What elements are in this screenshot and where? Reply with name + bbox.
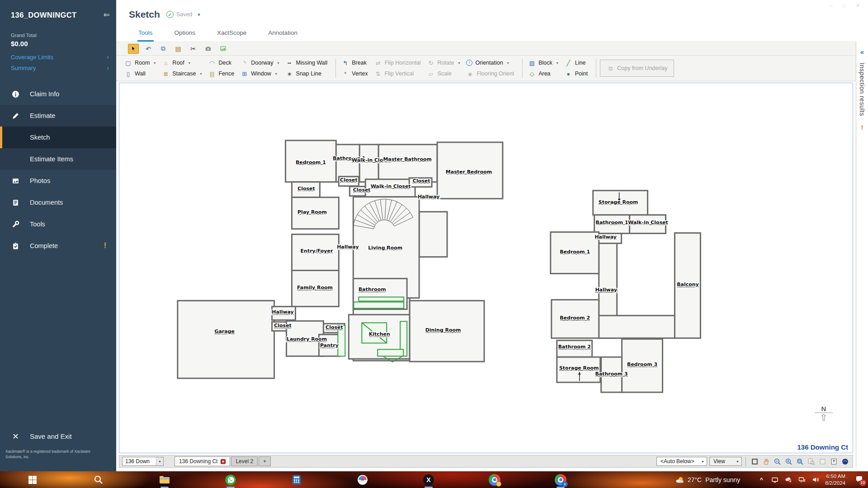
ribbon-button-doorway[interactable]: ◝Doorway▾ bbox=[241, 57, 279, 68]
room-shape[interactable] bbox=[378, 145, 437, 182]
coverage-limits-link[interactable]: Coverage Limits › bbox=[11, 53, 112, 61]
maximize-icon[interactable]: □ bbox=[843, 3, 846, 9]
page-arrow-icon[interactable] bbox=[829, 457, 839, 466]
notification-center-icon[interactable]: 10 bbox=[855, 475, 863, 484]
virtual-desktop-icon[interactable] bbox=[771, 476, 779, 483]
ribbon-button-label: Rotate bbox=[438, 60, 454, 66]
ribbon-button-label: Block bbox=[538, 60, 552, 66]
ribbon-button-staircase[interactable]: ≣Staircase▾ bbox=[162, 68, 202, 79]
cut-icon[interactable]: ✂ bbox=[188, 44, 198, 54]
tab-annotation[interactable]: Annotation bbox=[267, 26, 298, 42]
tab-xactscope[interactable]: XactScope bbox=[216, 26, 247, 42]
auto-below-dropdown[interactable]: <Auto Below> ▼ bbox=[656, 457, 707, 466]
save-and-exit-button[interactable]: Save and Exit bbox=[0, 426, 116, 446]
taskbar-app-whatsapp[interactable] bbox=[224, 473, 237, 487]
expand-panel-icon[interactable]: « bbox=[860, 48, 864, 56]
zoom-out-icon[interactable] bbox=[772, 457, 782, 466]
sidebar-item-claim-info[interactable]: Claim Info bbox=[0, 83, 116, 105]
select-cursor-icon[interactable] bbox=[128, 44, 139, 54]
ribbon-button-window[interactable]: ⊞Window▾ bbox=[241, 68, 279, 79]
ribbon-button-vertex[interactable]: *Vertex bbox=[341, 68, 368, 79]
ribbon-button-point[interactable]: ●Point bbox=[565, 68, 588, 79]
sidebar-item-tools[interactable]: Tools bbox=[0, 213, 116, 235]
sidebar-item-complete[interactable]: Complete! bbox=[0, 235, 116, 257]
ribbon-button-orientation[interactable]: ↑Orientation▾ bbox=[466, 57, 514, 68]
taskbar-app-explorer[interactable] bbox=[158, 473, 171, 487]
pan-icon[interactable] bbox=[761, 457, 771, 466]
ribbon-button-flooring-orient: ◈Flooring Orient bbox=[466, 68, 514, 79]
taskbar-app-chrome-x[interactable]: x bbox=[554, 473, 567, 487]
taskbar-app-start[interactable] bbox=[26, 473, 39, 487]
ribbon-button-wall[interactable]: ▯Wall bbox=[124, 68, 156, 79]
red-marker-icon bbox=[221, 459, 226, 464]
ribbon-button-roof[interactable]: ⌂Roof▾ bbox=[162, 57, 202, 68]
image-icon[interactable] bbox=[217, 44, 228, 54]
ribbon-button-label: Flooring Orient bbox=[476, 70, 514, 77]
chevron-down-icon[interactable]: ▾ bbox=[198, 12, 200, 18]
sketch-canvas[interactable]: Bedroom 1Bathroom 1Walk-in ClosetMaster … bbox=[119, 83, 853, 453]
room-shape[interactable] bbox=[178, 300, 274, 378]
taskbar-app-x-app[interactable]: X bbox=[422, 473, 435, 487]
network-icon[interactable] bbox=[798, 476, 806, 483]
ribbon-divider bbox=[522, 59, 523, 78]
copy-icon[interactable]: ⧉ bbox=[158, 44, 169, 54]
sheet-tab-136-downing-ct[interactable]: 136 Downing Ct bbox=[175, 456, 230, 466]
ribbon-button-block[interactable]: ▧Block▾ bbox=[528, 57, 558, 68]
room-label: Bathroom 1 bbox=[596, 220, 628, 225]
close-window-icon[interactable]: ✕ bbox=[856, 3, 860, 9]
undo-icon[interactable]: ↶ bbox=[143, 44, 154, 54]
ribbon-button-area[interactable]: ◇Area bbox=[528, 68, 558, 79]
taskbar-app-snipping[interactable]: ✂ bbox=[356, 473, 369, 487]
taskbar-app-calculator[interactable] bbox=[290, 473, 303, 487]
weather-widget[interactable]: 27°C Partly sunny bbox=[676, 476, 740, 484]
taskbar-tray: 27°C Partly sunny ^ 6:50 AM 8/2/2024 bbox=[676, 473, 868, 487]
orb-icon[interactable] bbox=[840, 457, 850, 466]
line-icon: ╱ bbox=[565, 60, 572, 66]
collapse-sidebar-icon[interactable]: ⇐ bbox=[104, 10, 110, 19]
ribbon-button-missing-wall[interactable]: ╍Missing Wall bbox=[286, 57, 328, 68]
ribbon-button-room[interactable]: ▢Room▾ bbox=[124, 57, 156, 68]
window-controls: – □ ✕ bbox=[830, 3, 860, 9]
ribbon-button-line[interactable]: ╱Line bbox=[565, 57, 588, 68]
select-rect-icon[interactable] bbox=[750, 457, 760, 466]
clock[interactable]: 6:50 AM 8/2/2024 bbox=[825, 473, 845, 487]
inspection-results-panel[interactable]: « Inspection results ! bbox=[856, 42, 868, 468]
taskbar-app-chrome-alt[interactable] bbox=[488, 473, 501, 487]
floorplan-svg[interactable]: Bedroom 1Bathroom 1Walk-in ClosetMaster … bbox=[119, 83, 853, 453]
room-shape[interactable] bbox=[359, 145, 378, 182]
view-dropdown[interactable]: View ▼ bbox=[709, 457, 742, 466]
zoom-in-icon[interactable] bbox=[783, 457, 793, 466]
sidebar-item-photos[interactable]: Photos bbox=[0, 170, 116, 192]
cloud-error-icon[interactable] bbox=[784, 476, 793, 483]
minimize-icon[interactable]: – bbox=[830, 3, 833, 9]
sidebar-item-sketch[interactable]: Sketch bbox=[0, 127, 116, 148]
ribbon-button-fence[interactable]: |||Fence bbox=[208, 68, 234, 79]
room-label: Pantry bbox=[320, 343, 339, 348]
speaker-icon[interactable] bbox=[811, 476, 820, 483]
room-label: Bathroom 2 bbox=[558, 344, 591, 350]
zoom-extents-icon[interactable] bbox=[795, 457, 805, 466]
ribbon-button-label: Point bbox=[575, 70, 588, 77]
room-label: Hallway bbox=[594, 234, 616, 240]
chevron-down-icon: ▼ bbox=[736, 460, 739, 463]
sidebar-item-estimate-items[interactable]: Estimate Items bbox=[0, 148, 116, 170]
summary-link[interactable]: Summary › bbox=[11, 64, 112, 71]
complete-icon bbox=[10, 242, 21, 250]
tab-tools[interactable]: Tools bbox=[137, 26, 154, 42]
sheet-tab-level-2[interactable]: Level 2 bbox=[231, 456, 258, 466]
sidebar-item-documents[interactable]: Documents bbox=[0, 192, 116, 213]
window-icon: ⊞ bbox=[241, 71, 248, 77]
sheet-tab-+[interactable]: + bbox=[259, 456, 271, 466]
floorplan-level-2: Storage RoomBathroom 1Walk-in ClosetHall… bbox=[551, 191, 701, 392]
ribbon-button-snap-line[interactable]: ∗Snap Line bbox=[286, 68, 328, 79]
level-selector-dropdown[interactable]: 136 Down ▼ bbox=[122, 457, 164, 466]
tray-chevron-icon[interactable]: ^ bbox=[757, 476, 765, 483]
ribbon-button-break[interactable]: ↰Break bbox=[341, 57, 368, 68]
camera-icon[interactable] bbox=[203, 44, 213, 54]
paste-icon[interactable]: ▤ bbox=[173, 44, 184, 54]
ribbon-button-deck[interactable]: ◠Deck bbox=[208, 57, 234, 68]
running-indicator bbox=[226, 487, 235, 488]
taskbar-app-search[interactable] bbox=[92, 473, 105, 487]
tab-options[interactable]: Options bbox=[174, 26, 197, 42]
sidebar-item-estimate[interactable]: Estimate bbox=[0, 105, 116, 127]
